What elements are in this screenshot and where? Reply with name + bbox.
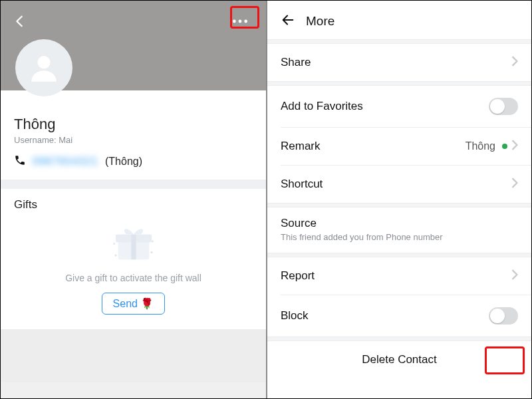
gifts-section: Gifts Give a gift to activate the gift w… bbox=[1, 189, 266, 329]
contact-username: Username: Mai bbox=[14, 135, 253, 145]
block-toggle[interactable] bbox=[489, 307, 518, 325]
report-row[interactable]: Report bbox=[267, 257, 531, 295]
svg-point-1 bbox=[239, 20, 242, 23]
phone-suffix: (Thông) bbox=[105, 156, 142, 168]
status-dot-icon bbox=[502, 144, 507, 149]
block-label: Block bbox=[281, 309, 489, 323]
delete-contact-button[interactable]: Delete Contact bbox=[267, 341, 531, 368]
phone-number: 0987654321 bbox=[33, 156, 98, 168]
shortcut-label: Shortcut bbox=[281, 178, 511, 191]
contact-name: Thông bbox=[14, 116, 253, 133]
profile-card: Thông Username: Mai 0987654321 (Thông) bbox=[1, 90, 266, 180]
share-row[interactable]: Share bbox=[267, 44, 531, 81]
send-gift-button[interactable]: Send 🌹 bbox=[102, 293, 166, 315]
source-subtitle: This friend added you from Phone number bbox=[281, 232, 518, 242]
page-title: More bbox=[306, 14, 334, 29]
add-favorites-row[interactable]: Add to Favorites bbox=[267, 86, 531, 127]
svg-point-7 bbox=[114, 254, 117, 257]
chevron-right-icon bbox=[511, 140, 518, 153]
favorites-toggle[interactable] bbox=[489, 98, 518, 115]
svg-rect-6 bbox=[131, 235, 136, 260]
phone-row[interactable]: 0987654321 (Thông) bbox=[14, 154, 253, 169]
block-row[interactable]: Block bbox=[267, 295, 531, 336]
svg-point-2 bbox=[244, 20, 247, 23]
remark-label: Remark bbox=[281, 140, 466, 153]
back-arrow-icon[interactable] bbox=[13, 14, 27, 31]
chevron-right-icon bbox=[511, 56, 518, 69]
phone-icon bbox=[14, 154, 26, 169]
avatar bbox=[15, 39, 72, 96]
remark-row[interactable]: Remark Thông bbox=[267, 128, 531, 165]
svg-point-8 bbox=[150, 251, 153, 254]
chevron-right-icon bbox=[511, 178, 518, 191]
shortcut-row[interactable]: Shortcut bbox=[267, 166, 531, 203]
gift-icon bbox=[14, 218, 253, 269]
report-label: Report bbox=[281, 269, 511, 283]
svg-point-0 bbox=[233, 20, 236, 23]
chevron-right-icon bbox=[511, 269, 518, 283]
more-options-button[interactable] bbox=[226, 10, 254, 33]
back-arrow-icon[interactable] bbox=[281, 13, 295, 30]
source-row: Source This friend added you from Phone … bbox=[267, 207, 531, 253]
share-label: Share bbox=[281, 56, 511, 69]
gifts-caption: Give a gift to activate the gift wall bbox=[14, 273, 253, 283]
gifts-title: Gifts bbox=[14, 198, 253, 211]
svg-point-3 bbox=[37, 56, 50, 68]
remark-value: Thông bbox=[466, 140, 495, 152]
add-favorites-label: Add to Favorites bbox=[281, 100, 489, 113]
source-label: Source bbox=[281, 217, 518, 230]
